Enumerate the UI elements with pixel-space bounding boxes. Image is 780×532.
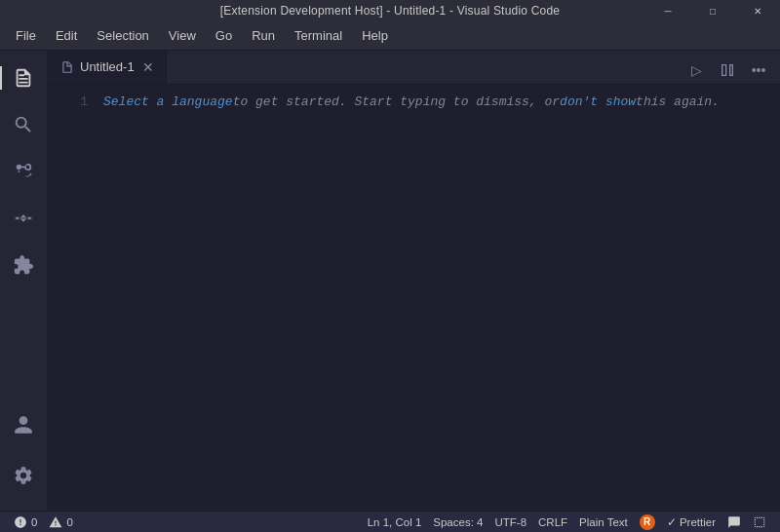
- activity-extensions[interactable]: [0, 242, 47, 288]
- error-icon: [14, 515, 27, 529]
- tab-toolbar: ▷ •••: [675, 57, 780, 84]
- status-errors[interactable]: 0: [8, 512, 43, 533]
- status-line-ending[interactable]: CRLF: [532, 512, 573, 533]
- menu-edit[interactable]: Edit: [48, 26, 85, 45]
- menu-run[interactable]: Run: [244, 26, 283, 45]
- status-feedback[interactable]: [722, 512, 747, 533]
- line-number-1: 1: [62, 93, 88, 111]
- line-numbers: 1: [47, 93, 96, 503]
- tab-label: Untitled-1: [80, 59, 135, 74]
- menu-selection[interactable]: Selection: [89, 26, 156, 45]
- window-controls: ─ □ ✕: [645, 0, 780, 21]
- window-title: [Extension Development Host] - Untitled-…: [220, 4, 560, 18]
- menu-file[interactable]: File: [8, 26, 44, 45]
- layout-icon: [753, 515, 766, 529]
- code-text-end: this again.: [636, 93, 720, 111]
- code-area[interactable]: Select a language to get started. Start …: [96, 93, 780, 503]
- minimize-button[interactable]: ─: [645, 0, 690, 21]
- status-warnings[interactable]: 0: [43, 512, 78, 533]
- status-layout[interactable]: [747, 512, 772, 533]
- activity-search[interactable]: [0, 101, 47, 148]
- menu-go[interactable]: Go: [208, 26, 240, 45]
- code-line-1: Select a language to get started. Start …: [103, 93, 772, 111]
- activity-settings[interactable]: [0, 452, 47, 499]
- error-count: 0: [31, 516, 37, 528]
- menu-view[interactable]: View: [161, 26, 204, 45]
- run-button[interactable]: ▷: [682, 57, 710, 84]
- activity-files[interactable]: [0, 55, 47, 101]
- warning-count: 0: [66, 516, 72, 528]
- more-actions-button[interactable]: •••: [745, 57, 772, 84]
- main-layout: Untitled-1 ✕ ▷ ••• 1 Select a language: [0, 51, 780, 511]
- close-button[interactable]: ✕: [735, 0, 780, 21]
- tab-bar: Untitled-1 ✕ ▷ •••: [47, 51, 780, 85]
- avatar-icon: R: [640, 514, 655, 530]
- menu-help[interactable]: Help: [354, 26, 396, 45]
- code-text-middle: to get started. Start typing to dismiss,…: [233, 93, 560, 111]
- menu-bar: File Edit Selection View Go Run Terminal…: [0, 21, 780, 51]
- feedback-icon: [727, 515, 741, 529]
- menu-terminal[interactable]: Terminal: [287, 26, 350, 45]
- editor-content: 1 Select a language to get started. Star…: [47, 85, 780, 511]
- split-editor-button[interactable]: [714, 57, 741, 84]
- status-language[interactable]: Plain Text: [573, 512, 634, 533]
- status-bar: 0 0 Ln 1, Col 1 Spaces: 4 UTF-8 CRLF Pla…: [0, 511, 780, 532]
- activity-source-control[interactable]: [0, 148, 47, 195]
- tab-close-button[interactable]: ✕: [140, 59, 156, 75]
- status-avatar[interactable]: R: [634, 512, 661, 533]
- activity-bottom: [0, 401, 47, 507]
- status-prettier[interactable]: ✓ Prettier: [661, 512, 722, 533]
- activity-bar: [0, 51, 47, 511]
- activity-account[interactable]: [0, 401, 47, 448]
- warning-icon: [49, 515, 62, 529]
- status-position[interactable]: Ln 1, Col 1: [362, 512, 428, 533]
- title-bar: [Extension Development Host] - Untitled-…: [0, 0, 780, 21]
- maximize-button[interactable]: □: [690, 0, 735, 21]
- file-icon: [60, 60, 74, 74]
- select-language-link[interactable]: Select a language: [103, 93, 233, 111]
- dont-show-link[interactable]: don't show: [560, 93, 636, 111]
- status-spaces[interactable]: Spaces: 4: [427, 512, 488, 533]
- activity-run-debug[interactable]: [0, 195, 47, 242]
- editor-area: Untitled-1 ✕ ▷ ••• 1 Select a language: [47, 51, 780, 511]
- status-encoding[interactable]: UTF-8: [488, 512, 532, 533]
- editor-tab-untitled[interactable]: Untitled-1 ✕: [47, 51, 167, 84]
